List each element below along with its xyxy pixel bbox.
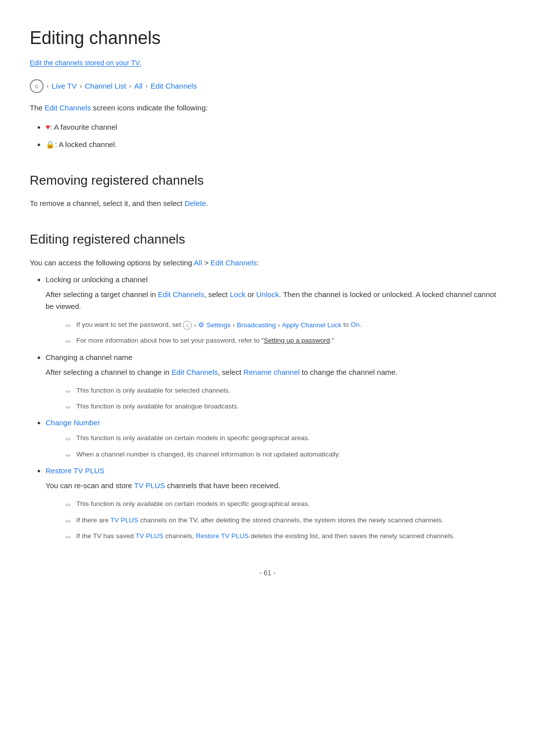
restore-desc-after: channels that have been received.: [165, 481, 280, 490]
note1-chevron3: ›: [278, 320, 280, 331]
note1-apply-channel-lock-link[interactable]: Apply Channel Lock: [282, 320, 341, 331]
note-pencil-icon-7: ✏: [65, 500, 71, 510]
page-subtitle: Edit the channels stored on your TV.: [30, 57, 505, 68]
s2-edit-channels-link[interactable]: Edit Channels: [211, 258, 257, 267]
unlock-link[interactable]: Unlock: [256, 290, 279, 299]
note1-chevron1: ›: [194, 320, 196, 331]
restore-note2-before: If there are: [76, 516, 110, 524]
section1-intro: To remove a channel, select it, and then…: [30, 198, 505, 209]
section2-items: Locking or unlocking a channel After sel…: [30, 274, 505, 543]
note-pencil-icon-3: ✏: [65, 386, 71, 397]
change-number-link[interactable]: Change Number: [46, 418, 100, 427]
tv-plus-link-2[interactable]: TV PLUS: [110, 516, 138, 524]
lock-link[interactable]: Lock: [230, 290, 246, 299]
restore-note3-before: If the TV has saved: [76, 532, 136, 540]
setting-up-password-link[interactable]: Setting up a password: [264, 337, 330, 344]
change-number-note-2: ✏ When a channel number is changed, its …: [65, 449, 505, 461]
note2-before: For more information about how to set yo…: [76, 337, 264, 344]
lock-edit-channels-link[interactable]: Edit Channels: [158, 290, 204, 299]
note-pencil-icon-4: ✏: [65, 402, 71, 413]
chevron-icon-1: ›: [47, 81, 49, 92]
note1-chevron2: ›: [232, 320, 235, 331]
restore-note3-content: If the TV has saved TV PLUS channels, Re…: [76, 531, 455, 542]
home-icon: ⌂: [30, 79, 44, 93]
rename-edit-channels-link[interactable]: Edit Channels: [171, 368, 217, 376]
favourite-label: : A favourite channel: [51, 123, 117, 131]
note1-end: .: [360, 321, 362, 328]
breadcrumb-all[interactable]: All: [134, 80, 143, 92]
note1-settings-link[interactable]: ⚙ Settings: [198, 320, 231, 331]
note1-to: to: [343, 321, 351, 328]
rename-note-2: ✏ This function is only available for an…: [65, 401, 505, 413]
note-pencil-icon-8: ✏: [65, 516, 71, 527]
s2-intro-after: :: [257, 258, 259, 267]
intro-link[interactable]: Edit Channels: [45, 103, 91, 112]
restore-note1-text: This function is only available on certa…: [76, 499, 310, 509]
rename-description: After selecting a channel to change in E…: [46, 363, 505, 381]
s2-all-link[interactable]: All: [194, 258, 202, 267]
section2-title: Editing registered channels: [30, 229, 505, 250]
restore-tv-plus-link[interactable]: Restore TV PLUS: [46, 466, 105, 475]
breadcrumb-live-tv[interactable]: Live TV: [52, 80, 77, 92]
restore-note-1: ✏ This function is only available on cer…: [65, 499, 505, 510]
list-item-rename: Changing a channel name After selecting …: [46, 352, 505, 413]
note1-broadcasting-link[interactable]: Broadcasting: [237, 320, 276, 331]
heart-icon: ♥: [46, 123, 51, 131]
rename-desc-after: to change the channel name.: [300, 368, 398, 376]
note1-on-link[interactable]: On: [351, 321, 360, 328]
lock-desc-mid: , select: [204, 290, 230, 299]
intro-before: The: [30, 103, 45, 112]
rename-note-1: ✏ This function is only available for se…: [65, 385, 505, 397]
lock-desc-before: After selecting a target channel in: [46, 290, 158, 299]
rename-channel-link[interactable]: Rename channel: [243, 368, 299, 376]
note-pencil-icon-6: ✏: [65, 450, 71, 461]
breadcrumb: ⌂ › Live TV › Channel List › All › Edit …: [30, 79, 505, 93]
s2-intro-middle: >: [202, 258, 211, 267]
lock-or: or: [246, 290, 257, 299]
rename-label: Changing a channel name: [46, 353, 132, 361]
locking-note-2: ✏ For more information about how to set …: [65, 335, 505, 347]
intro-text: The Edit Channels screen icons indicate …: [30, 102, 505, 114]
restore-description: You can re-scan and store TV PLUS channe…: [46, 477, 505, 495]
restore-note-3: ✏ If the TV has saved TV PLUS channels, …: [65, 531, 505, 543]
change-number-note2-text: When a channel number is changed, its ch…: [76, 449, 340, 460]
page-footer: - 61 -: [30, 567, 505, 578]
section1-title: Removing registered channels: [30, 170, 505, 191]
locking-note-1: ✏ If you want to set the password, set ⌂…: [65, 319, 505, 331]
section2-intro: You can access the following options by …: [30, 257, 505, 269]
breadcrumb-channel-list[interactable]: Channel List: [85, 80, 126, 92]
breadcrumb-edit-channels[interactable]: Edit Channels: [151, 80, 197, 92]
page-title: Editing channels: [30, 24, 505, 52]
page-number: - 61 -: [260, 569, 276, 577]
favourite-icon-item: ♥: A favourite channel: [46, 121, 505, 134]
chevron-icon-4: ›: [146, 81, 148, 92]
note-pencil-icon-9: ✏: [65, 532, 71, 543]
restore-desc-before: You can re-scan and store: [46, 481, 134, 490]
s1-delete-link[interactable]: Delete: [185, 199, 206, 207]
lock-label: : A locked channel.: [55, 140, 117, 149]
tv-plus-link-1[interactable]: TV PLUS: [134, 481, 165, 490]
locking-label: Locking or unlocking a channel: [46, 275, 148, 284]
rename-note2-text: This function is only available for anal…: [76, 401, 239, 412]
note1-breadcrumb: ⌂ › ⚙ Settings › Broadcasting › Apply Ch…: [183, 320, 341, 331]
restore-note-2: ✏ If there are TV PLUS channels on the T…: [65, 515, 505, 527]
restore-note3-after: deletes the existing list, and then save…: [249, 532, 455, 540]
rename-desc-before: After selecting a channel to change in: [46, 368, 171, 376]
restore-note2-after: channels on the TV, after deleting the s…: [138, 516, 443, 524]
s2-intro-before: You can access the following options by …: [30, 258, 194, 267]
note2-after: .": [330, 337, 334, 344]
lock-icon: 🔒: [46, 140, 55, 149]
tv-plus-link-3[interactable]: TV PLUS: [136, 532, 163, 540]
change-number-note1-text: This function is only available on certa…: [76, 433, 310, 444]
chevron-icon-2: ›: [80, 81, 82, 92]
note1-home-icon: ⌂: [183, 321, 192, 330]
note1-content: If you want to set the password, set ⌂ ›…: [76, 319, 362, 331]
note2-content: For more information about how to set yo…: [76, 335, 334, 346]
rename-desc-mid: , select: [218, 368, 244, 376]
list-item-restore-tv-plus: Restore TV PLUS You can re-scan and stor…: [46, 465, 505, 543]
restore-tv-plus-link-2[interactable]: Restore TV PLUS: [196, 532, 249, 540]
note-pencil-icon-1: ✏: [65, 320, 71, 331]
list-item-locking: Locking or unlocking a channel After sel…: [46, 274, 505, 348]
change-number-note-1: ✏ This function is only available on cer…: [65, 433, 505, 445]
locking-description: After selecting a target channel in Edit…: [46, 286, 505, 315]
